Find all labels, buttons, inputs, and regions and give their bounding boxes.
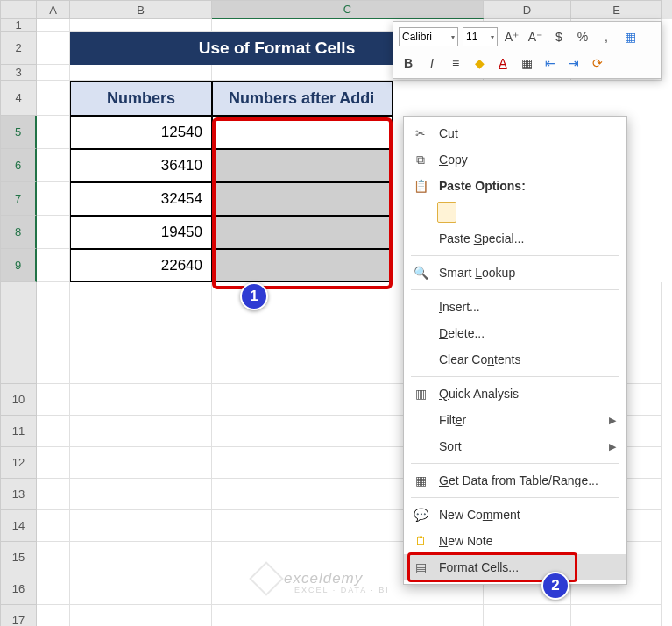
copy-icon: ⧉ [411, 153, 430, 167]
paste-icon [437, 202, 456, 223]
row-header-7[interactable]: 7 [0, 182, 37, 216]
menu-separator [411, 255, 619, 256]
decrease-font-icon[interactable]: A⁻ [526, 27, 545, 46]
watermark-text: exceldemy [284, 570, 363, 587]
row-header-5[interactable]: 5 [0, 116, 37, 149]
menu-paste-options: 📋 Paste Options: [404, 173, 626, 199]
cell-B9[interactable]: 22640 [70, 249, 212, 282]
menu-separator [411, 497, 619, 498]
menu-paste-default[interactable] [404, 199, 626, 225]
chevron-right-icon: ▶ [609, 415, 616, 426]
increase-decimal-icon[interactable]: ⇥ [564, 53, 584, 73]
row-header-9[interactable]: 9 [0, 249, 37, 282]
select-all-corner[interactable] [0, 0, 37, 19]
menu-sort[interactable]: Sort ▶ [404, 433, 626, 459]
format-cells-icon: ▤ [411, 560, 430, 574]
row-header-col: 1 2 3 4 5 6 7 8 9 10 11 12 13 14 15 16 1… [0, 19, 37, 626]
table-icon: ▦ [411, 473, 430, 487]
comment-icon: 💬 [411, 508, 430, 522]
menu-paste-special[interactable]: Paste Special... [404, 225, 626, 252]
row-header-13[interactable]: 13 [0, 479, 37, 510]
italic-icon[interactable]: I [422, 53, 442, 73]
col-header-D[interactable]: D [484, 0, 571, 19]
menu-separator [411, 463, 619, 464]
percent-icon[interactable]: % [573, 27, 592, 46]
cell-B7[interactable]: 32454 [70, 182, 212, 216]
callout-badge-2: 2 [541, 572, 569, 600]
row-header-2[interactable]: 2 [0, 32, 37, 65]
font-color-icon[interactable]: A [493, 53, 513, 73]
menu-copy[interactable]: ⧉ Copy [404, 146, 626, 173]
row-header-3[interactable]: 3 [0, 65, 37, 81]
menu-cut[interactable]: ✂ Cut [404, 120, 626, 146]
menu-separator [411, 376, 619, 377]
currency-icon[interactable]: $ [549, 27, 569, 46]
cell-C6[interactable] [212, 149, 393, 182]
font-size-combo[interactable]: 11▾ [463, 27, 498, 46]
row-header-15[interactable]: 15 [0, 542, 37, 573]
format-painter-icon[interactable]: ⟳ [588, 53, 607, 73]
menu-delete[interactable]: Delete... [404, 320, 626, 346]
increase-font-icon[interactable]: A⁺ [502, 27, 521, 46]
cell-B8[interactable]: 19450 [70, 216, 212, 249]
row-header-8[interactable]: 8 [0, 216, 37, 249]
row-header-17[interactable]: 17 [0, 605, 37, 626]
cell-B5[interactable]: 12540 [70, 116, 212, 149]
watermark-icon [249, 561, 284, 596]
quick-analysis-icon: ▥ [411, 387, 430, 401]
row-header-1[interactable]: 1 [0, 19, 37, 32]
row-header-16[interactable]: 16 [0, 573, 37, 605]
search-icon: 🔍 [411, 266, 430, 280]
row-header-11[interactable]: 11 [0, 416, 37, 447]
align-icon[interactable]: ≡ [446, 53, 465, 73]
row-header-10[interactable]: 10 [0, 384, 37, 416]
menu-format-cells[interactable]: ▤ Format Cells... [404, 554, 626, 580]
col-header-A[interactable]: A [37, 0, 70, 19]
row-header-6[interactable]: 6 [0, 149, 37, 182]
col-header-C[interactable]: C [212, 0, 484, 19]
column-header-row: A B C D E [0, 0, 672, 19]
menu-filter[interactable]: Filter ▶ [404, 407, 626, 433]
menu-smart-lookup[interactable]: 🔍 Smart Lookup [404, 260, 626, 286]
col-header-E[interactable]: E [571, 0, 662, 19]
fill-color-icon[interactable]: ◆ [470, 53, 489, 73]
note-icon: 🗒 [411, 534, 430, 548]
menu-new-comment[interactable]: 💬 New Comment [404, 502, 626, 528]
menu-new-note[interactable]: 🗒 New Note [404, 528, 626, 554]
menu-quick-analysis[interactable]: ▥ Quick Analysis [404, 381, 626, 407]
format-table-icon[interactable]: ▦ [620, 27, 640, 46]
menu-separator [411, 289, 619, 290]
callout-badge-1: 1 [240, 282, 268, 310]
font-size-value: 11 [466, 31, 477, 43]
table-header-numbers-after: Numbers after Addi [212, 81, 393, 116]
bold-icon[interactable]: B [399, 53, 418, 73]
clipboard-icon: 📋 [411, 179, 430, 193]
scissors-icon: ✂ [411, 126, 430, 140]
watermark-subtitle: EXCEL · DATA · BI [294, 586, 390, 594]
menu-get-data[interactable]: ▦ Get Data from Table/Range... [404, 467, 626, 494]
chevron-right-icon: ▶ [609, 441, 616, 452]
cell-C5[interactable] [212, 116, 393, 149]
row-header-14[interactable]: 14 [0, 510, 37, 542]
cell-C9[interactable] [212, 249, 393, 282]
cell-B6[interactable]: 36410 [70, 149, 212, 182]
cell-C7[interactable] [212, 182, 393, 216]
row-header-4[interactable]: 4 [0, 81, 37, 116]
chevron-down-icon: ▾ [451, 33, 455, 41]
chevron-down-icon: ▾ [491, 33, 494, 41]
borders-icon[interactable]: ▦ [517, 53, 536, 73]
menu-clear-contents[interactable]: Clear Contents [404, 346, 626, 373]
font-name-combo[interactable]: Calibri▾ [399, 27, 458, 46]
mini-toolbar: Calibri▾ 11▾ A⁺ A⁻ $ % , ▦ B I ≡ ◆ A ▦ ⇤… [393, 21, 662, 79]
decrease-decimal-icon[interactable]: ⇤ [541, 53, 560, 73]
col-header-B[interactable]: B [70, 0, 212, 19]
comma-icon[interactable]: , [597, 27, 616, 46]
context-menu: ✂ Cut ⧉ Copy 📋 Paste Options: Paste Spec… [403, 116, 627, 585]
row-header-12[interactable]: 12 [0, 447, 37, 479]
cell-C8[interactable] [212, 216, 393, 249]
table-header-numbers: Numbers [70, 81, 212, 116]
menu-insert[interactable]: Insert... [404, 294, 626, 320]
font-name-value: Calibri [402, 31, 432, 43]
